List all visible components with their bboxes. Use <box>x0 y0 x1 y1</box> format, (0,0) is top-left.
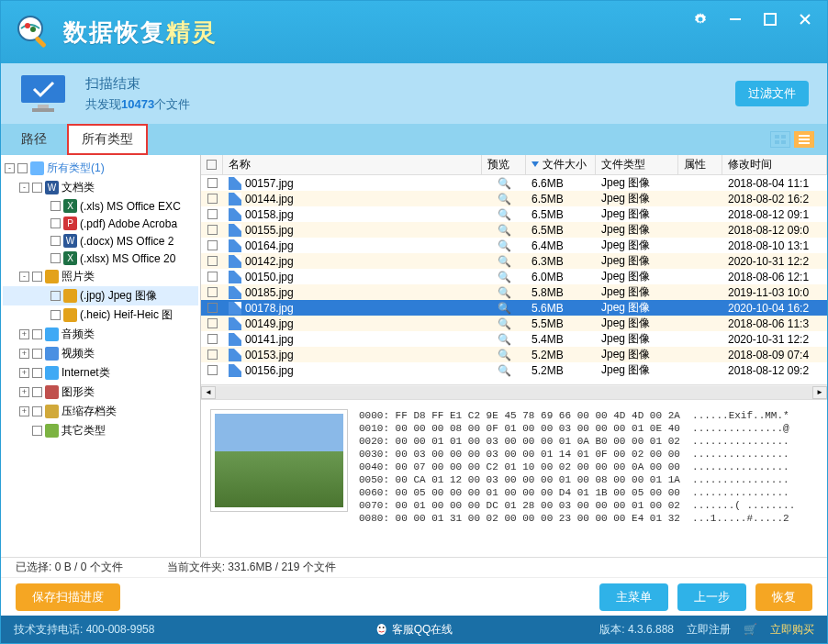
tree-node-photos[interactable]: -照片类 <box>3 267 198 286</box>
tree-node-graphics[interactable]: +图形类 <box>3 383 198 402</box>
tree-checkbox[interactable] <box>50 291 61 301</box>
register-link[interactable]: 立即注册 <box>687 622 731 638</box>
column-preview[interactable]: 预览 <box>482 155 526 174</box>
tree-checkbox[interactable] <box>32 406 42 416</box>
grid-view-icon[interactable] <box>770 131 790 148</box>
tree-node-archive[interactable]: +压缩存档类 <box>3 402 198 421</box>
column-name[interactable]: 名称 <box>223 155 482 174</box>
maximize-icon[interactable] <box>761 10 779 28</box>
tree-node-jpg[interactable]: (.jpg) Jpeg 图像 <box>3 286 198 305</box>
file-checkbox[interactable] <box>207 209 218 219</box>
column-date[interactable]: 修改时间 <box>722 155 827 174</box>
magnifier-icon[interactable]: 🔍 <box>498 302 511 315</box>
file-row[interactable]: 00153.jpg🔍5.2MBJpeg 图像2018-08-09 07:4 <box>201 347 827 362</box>
filter-files-button[interactable]: 过滤文件 <box>735 81 809 106</box>
expander-icon[interactable]: - <box>5 163 15 173</box>
magnifier-icon[interactable]: 🔍 <box>498 224 511 237</box>
tree-node-internet[interactable]: +Internet类 <box>3 363 198 383</box>
tree-checkbox[interactable] <box>50 310 61 320</box>
expander-icon[interactable]: - <box>19 183 29 193</box>
column-attr[interactable]: 属性 <box>678 155 722 174</box>
tree-checkbox[interactable] <box>32 387 42 397</box>
magnifier-icon[interactable]: 🔍 <box>498 193 511 205</box>
column-size[interactable]: 文件大小 <box>526 155 596 174</box>
column-type[interactable]: 文件类型 <box>596 155 678 174</box>
magnifier-icon[interactable]: 🔍 <box>498 286 511 299</box>
tree-checkbox[interactable] <box>50 253 61 263</box>
file-row[interactable]: 00178.jpg🔍5.6MBJpeg 图像2020-10-04 16:2 <box>201 300 827 316</box>
file-list[interactable]: 00157.jpg🔍6.6MBJpeg 图像2018-08-04 11:1001… <box>201 175 827 384</box>
magnifier-icon[interactable]: 🔍 <box>498 364 511 377</box>
expander-icon[interactable]: + <box>19 329 29 339</box>
file-row[interactable]: 00158.jpg🔍6.5MBJpeg 图像2018-08-12 09:1 <box>201 206 827 222</box>
file-checkbox[interactable] <box>207 272 218 282</box>
tab-all-types[interactable]: 所有类型 <box>67 124 148 155</box>
expander-icon[interactable]: + <box>19 349 29 359</box>
file-row[interactable]: 00141.jpg🔍5.4MBJpeg 图像2020-10-31 12:2 <box>201 331 827 347</box>
tree-node-docx[interactable]: W(.docx) MS Office 2 <box>3 232 198 250</box>
tree-node-root[interactable]: -所有类型(1) <box>3 159 198 178</box>
buy-link[interactable]: 立即购买 <box>770 622 814 638</box>
file-row[interactable]: 00142.jpg🔍6.3MBJpeg 图像2020-10-31 12:2 <box>201 253 827 269</box>
main-menu-button[interactable]: 主菜单 <box>599 583 668 611</box>
file-checkbox[interactable] <box>207 365 218 375</box>
file-checkbox[interactable] <box>207 287 218 297</box>
expander-icon[interactable]: - <box>19 272 29 282</box>
file-checkbox[interactable] <box>207 194 218 204</box>
tree-checkbox[interactable] <box>17 163 28 173</box>
settings-icon[interactable] <box>691 10 710 28</box>
file-row[interactable]: 00144.jpg🔍6.5MBJpeg 图像2018-08-02 16:2 <box>201 191 827 206</box>
tree-node-audio[interactable]: +音频类 <box>3 325 198 344</box>
tree-checkbox[interactable] <box>32 329 42 339</box>
expander-icon[interactable]: + <box>19 406 29 416</box>
file-checkbox[interactable] <box>207 303 218 313</box>
category-tree[interactable]: -所有类型(1)-W文档类X(.xls) MS Office EXCP(.pdf… <box>1 155 201 557</box>
magnifier-icon[interactable]: 🔍 <box>498 177 511 190</box>
minimize-icon[interactable] <box>726 10 744 28</box>
save-progress-button[interactable]: 保存扫描进度 <box>16 583 120 611</box>
magnifier-icon[interactable]: 🔍 <box>498 333 511 346</box>
magnifier-icon[interactable]: 🔍 <box>498 349 511 361</box>
file-row[interactable]: 00156.jpg🔍5.2MBJpeg 图像2018-08-12 09:2 <box>201 362 827 378</box>
file-checkbox[interactable] <box>207 178 218 188</box>
file-checkbox[interactable] <box>207 256 218 266</box>
file-row[interactable]: 00157.jpg🔍6.6MBJpeg 图像2018-08-04 11:1 <box>201 175 827 191</box>
file-checkbox[interactable] <box>207 225 218 235</box>
close-icon[interactable] <box>796 10 814 28</box>
tree-checkbox[interactable] <box>32 272 42 282</box>
tree-checkbox[interactable] <box>32 183 42 193</box>
tree-checkbox[interactable] <box>32 426 42 436</box>
magnifier-icon[interactable]: 🔍 <box>498 255 511 268</box>
tree-checkbox[interactable] <box>32 349 42 359</box>
recover-button[interactable]: 恢复 <box>755 583 812 611</box>
file-checkbox[interactable] <box>207 334 218 344</box>
select-all-checkbox[interactable] <box>207 160 217 170</box>
file-row[interactable]: 00185.jpg🔍5.8MBJpeg 图像2019-11-03 10:0 <box>201 284 827 300</box>
tree-checkbox[interactable] <box>50 236 61 246</box>
tab-path[interactable]: 路径 <box>14 128 54 151</box>
tree-node-xlsx[interactable]: X(.xlsx) MS Office 20 <box>3 250 198 267</box>
horizontal-scrollbar[interactable]: ◄► <box>201 384 827 399</box>
expander-icon[interactable]: + <box>19 368 29 378</box>
magnifier-icon[interactable]: 🔍 <box>498 317 511 330</box>
tree-node-pdf[interactable]: P(.pdf) Adobe Acroba <box>3 215 198 232</box>
magnifier-icon[interactable]: 🔍 <box>498 271 511 283</box>
tree-checkbox[interactable] <box>50 201 61 211</box>
file-checkbox[interactable] <box>207 318 218 328</box>
tree-node-docs[interactable]: -W文档类 <box>3 178 198 197</box>
list-view-icon[interactable] <box>794 131 814 148</box>
file-row[interactable]: 00149.jpg🔍5.5MBJpeg 图像2018-08-06 11:3 <box>201 316 827 331</box>
magnifier-icon[interactable]: 🔍 <box>498 239 511 252</box>
file-row[interactable]: 00164.jpg🔍6.4MBJpeg 图像2018-08-10 13:1 <box>201 238 827 253</box>
magnifier-icon[interactable]: 🔍 <box>498 208 511 221</box>
expander-icon[interactable]: + <box>19 387 29 397</box>
qq-support-link[interactable]: 客服QQ在线 <box>375 622 453 638</box>
file-row[interactable]: 00155.jpg🔍6.5MBJpeg 图像2018-08-12 09:0 <box>201 222 827 238</box>
file-row[interactable]: 00150.jpg🔍6.0MBJpeg 图像2018-08-06 12:1 <box>201 269 827 284</box>
tree-node-heic[interactable]: (.heic) Heif-Heic 图 <box>3 305 198 325</box>
tree-node-video[interactable]: +视频类 <box>3 344 198 363</box>
tree-checkbox[interactable] <box>32 368 42 378</box>
file-checkbox[interactable] <box>207 240 218 250</box>
tree-checkbox[interactable] <box>50 218 61 228</box>
previous-button[interactable]: 上一步 <box>677 583 746 611</box>
